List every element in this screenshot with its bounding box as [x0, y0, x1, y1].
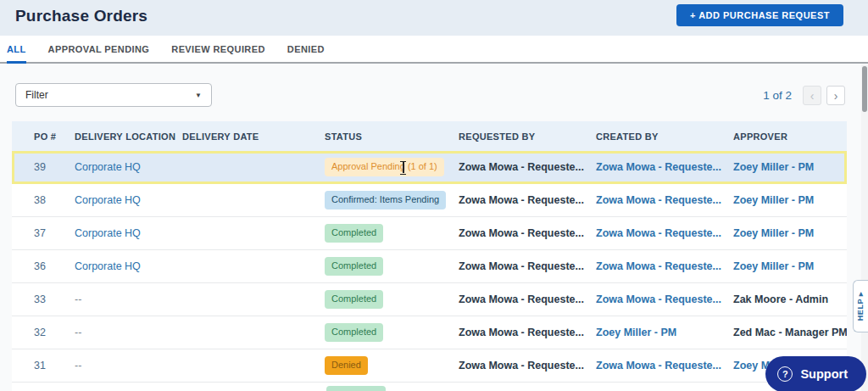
column-header-delivery-location: DELIVERY LOCATION: [75, 131, 182, 142]
tab-review-required[interactable]: REVIEW REQUIRED: [171, 36, 265, 64]
page-title: Purchase Orders: [15, 7, 147, 25]
add-purchase-request-button[interactable]: + ADD PURCHASE REQUEST: [676, 4, 843, 26]
pagination: 1 of 2 ‹ ›: [763, 86, 845, 105]
approver-link[interactable]: Zoey Miller - PM: [733, 260, 847, 272]
table-row[interactable]: 37 Corporate HQ Completed Zowa Mowa - Re…: [12, 217, 847, 250]
delivery-location: Corporate HQ: [75, 260, 182, 272]
chevron-down-icon: ▼: [195, 92, 202, 99]
created-by-link[interactable]: Zowa Mowa - Requeste...: [596, 293, 733, 305]
table-row[interactable]: 39 Corporate HQ Approval Pending (1 of 1…: [12, 151, 847, 184]
tab-all[interactable]: ALL: [7, 36, 26, 64]
delivery-location: Corporate HQ: [75, 227, 182, 239]
filter-label: Filter: [25, 89, 48, 101]
column-header-requested-by: REQUESTED BY: [459, 131, 596, 142]
status-cell: Denied: [325, 356, 459, 374]
column-header-approver: APPROVER: [733, 131, 847, 142]
status-badge: Completed: [325, 290, 383, 308]
tab-bar: ALL APPROVAL PENDING REVIEW REQUIRED DEN…: [0, 36, 868, 64]
purchase-orders-table: PO # DELIVERY LOCATION DELIVERY DATE STA…: [12, 121, 847, 391]
table-row[interactable]: 36 Corporate HQ Completed Zowa Mowa - Re…: [12, 250, 847, 283]
table-header-row: PO # DELIVERY LOCATION DELIVERY DATE STA…: [12, 121, 847, 151]
help-side-tab[interactable]: HELP ▸: [853, 280, 868, 332]
created-by-link[interactable]: Zowa Mowa - Requeste...: [596, 260, 733, 272]
po-number: 32: [12, 327, 75, 338]
created-by-link[interactable]: Zoey Miller - PM: [596, 327, 733, 338]
status-badge: Confirmed: Items Pending: [325, 191, 446, 209]
vertical-scrollbar-track[interactable]: [861, 64, 868, 391]
created-by-link[interactable]: Zowa Mowa - Requeste...: [596, 360, 733, 371]
status-cell: Approval Pending (1 of 1): [325, 158, 459, 176]
page-count: 1 of 2: [763, 89, 792, 102]
requested-by: Zowa Mowa - Requeste...: [459, 227, 596, 239]
approver-link[interactable]: Zoey Miller - PM: [733, 161, 847, 173]
requested-by: Zowa Mowa - Requeste...: [459, 260, 596, 272]
status-cell: Confirmed: Items Pending: [325, 191, 459, 209]
column-header-status: STATUS: [325, 131, 459, 142]
status-badge: Denied: [325, 356, 368, 374]
column-header-po: PO #: [12, 131, 75, 142]
delivery-location: --: [75, 360, 182, 371]
partial-next-row: [12, 383, 847, 391]
po-number: 36: [12, 260, 75, 272]
vertical-scrollbar-thumb[interactable]: [862, 66, 867, 112]
created-by-link[interactable]: Zowa Mowa - Requeste...: [596, 194, 733, 206]
po-number: 37: [12, 227, 75, 239]
table-row[interactable]: 32 -- Completed Zowa Mowa - Requeste... …: [12, 316, 847, 349]
filter-dropdown[interactable]: Filter ▼: [15, 83, 212, 107]
status-cell: Completed: [325, 323, 459, 341]
prev-page-button[interactable]: ‹: [803, 86, 821, 105]
help-tab-label: HELP ▸: [857, 292, 865, 321]
table-row[interactable]: 38 Corporate HQ Confirmed: Items Pending…: [12, 184, 847, 217]
created-by-link[interactable]: Zowa Mowa - Requeste...: [596, 227, 733, 239]
requested-by: Zowa Mowa - Requeste...: [459, 194, 596, 206]
column-header-delivery-date: DELIVERY DATE: [182, 131, 325, 142]
status-badge: Completed: [325, 257, 383, 275]
delivery-location: Corporate HQ: [75, 161, 182, 173]
approver: Zed Mac - Manager PM: [733, 327, 847, 338]
approver: Zak Moore - Admin: [733, 293, 847, 305]
column-header-created-by: CREATED BY: [596, 131, 733, 142]
po-number: 38: [12, 194, 75, 206]
status-badge-partial: [326, 386, 386, 391]
requested-by: Zowa Mowa - Requeste...: [459, 360, 596, 371]
delivery-location: --: [75, 293, 182, 305]
status-cell: Completed: [325, 224, 459, 242]
question-circle-icon: ?: [777, 366, 793, 382]
delivery-location: --: [75, 327, 182, 338]
requested-by: Zowa Mowa - Requeste...: [459, 293, 596, 305]
requested-by: Zowa Mowa - Requeste...: [459, 327, 596, 338]
support-label: Support: [800, 367, 848, 381]
po-number: 39: [12, 161, 75, 173]
next-page-button[interactable]: ›: [826, 86, 845, 105]
status-cell: Completed: [325, 290, 459, 308]
table-row[interactable]: 31 -- Denied Zowa Mowa - Requeste... Zow…: [12, 349, 847, 383]
delivery-location: Corporate HQ: [75, 194, 182, 206]
po-number: 33: [12, 293, 75, 305]
po-number: 31: [12, 360, 75, 371]
status-cell: Completed: [325, 257, 459, 275]
approver-link[interactable]: Zoey Miller - PM: [733, 194, 847, 206]
status-badge: Approval Pending (1 of 1): [325, 158, 444, 176]
created-by-link[interactable]: Zowa Mowa - Requeste...: [596, 161, 733, 173]
tab-denied[interactable]: DENIED: [287, 36, 325, 64]
table-row[interactable]: 33 -- Completed Zowa Mowa - Requeste... …: [12, 283, 847, 316]
status-badge: Completed: [325, 224, 383, 242]
requested-by: Zowa Mowa - Requeste...: [459, 161, 596, 173]
support-button[interactable]: ? Support: [765, 356, 866, 391]
tab-approval-pending[interactable]: APPROVAL PENDING: [48, 36, 150, 64]
approver-link[interactable]: Zoey Miller - PM: [733, 227, 847, 239]
status-badge: Completed: [325, 323, 383, 341]
